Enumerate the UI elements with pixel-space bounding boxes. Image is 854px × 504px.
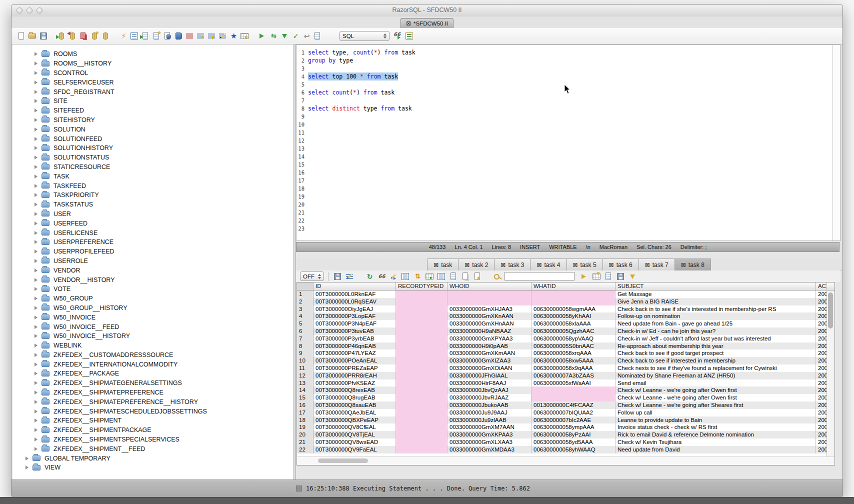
- disclosure-triangle-icon[interactable]: [34, 193, 38, 197]
- grid-vscrollbar-thumb[interactable]: [828, 292, 833, 328]
- table-row[interactable]: 10 00T3000000POeAnEAL 0033000000GmXIZAA3…: [297, 357, 834, 364]
- whoid-cell[interactable]: 0033000000H9i0pAAB: [448, 342, 532, 350]
- row-number-cell[interactable]: 15: [297, 394, 314, 402]
- editor-line[interactable]: 15: [296, 160, 840, 168]
- disclosure-triangle-icon[interactable]: [34, 316, 38, 320]
- result-tab[interactable]: task 7: [638, 258, 675, 270]
- row-number-cell[interactable]: 18: [297, 416, 314, 424]
- row-number-cell[interactable]: 2: [297, 298, 314, 306]
- disclosure-triangle-icon[interactable]: [34, 62, 38, 66]
- recordtypeid-cell[interactable]: [396, 335, 448, 342]
- result-tab[interactable]: task 3: [494, 258, 530, 270]
- id-cell[interactable]: 00T3000000L0RqSEAV: [314, 298, 396, 306]
- tree-item[interactable]: USERFEED: [12, 218, 294, 228]
- disclosure-triangle-icon[interactable]: [34, 52, 38, 56]
- whoid-cell[interactable]: 0033000000GmXKnAAN: [448, 312, 532, 320]
- subject-cell[interactable]: Follow-up on nomination: [616, 312, 816, 320]
- editor-line[interactable]: 13: [296, 144, 840, 152]
- result-tab[interactable]: task 4: [530, 258, 566, 270]
- subject-cell[interactable]: Send email: [616, 380, 816, 387]
- database-icon[interactable]: [100, 31, 111, 41]
- disclosure-triangle-icon[interactable]: [34, 231, 38, 235]
- whatid-cell[interactable]: 00630000005QgzhAAC: [532, 328, 616, 335]
- whatid-cell[interactable]: 006300000058ypVAAQ: [532, 335, 616, 342]
- tree-item[interactable]: ZKFEDEX__CUSTOMADDRESSSOURCE: [12, 350, 294, 360]
- subject-cell[interactable]: Check w/ Leanne - we're going after Owen…: [616, 394, 816, 402]
- tree-item[interactable]: ZKFEDEX__INTERNATIONALCOMMODITY: [12, 360, 294, 369]
- id-cell[interactable]: 00T3000000P3LopEAF: [314, 312, 396, 320]
- subject-cell[interactable]: Need update from David: [616, 446, 816, 454]
- disclosure-triangle-icon[interactable]: [34, 278, 38, 282]
- editor-line[interactable]: 1select type, count(*) from task: [296, 48, 840, 56]
- tree-item[interactable]: USERROLE: [12, 256, 294, 266]
- primary-key-icon[interactable]: [492, 272, 503, 282]
- tree-item[interactable]: ZKFEDEX__SHIPMATEPREFERENCE: [12, 388, 294, 398]
- whoid-cell[interactable]: 0033000000H9aNBAAZ: [448, 328, 532, 335]
- whoid-cell[interactable]: 0033000000GmXPYAA3: [448, 335, 532, 342]
- subject-cell[interactable]: Follow up call: [616, 409, 816, 416]
- activity-cell[interactable]: 200: [816, 402, 827, 409]
- sql-mode-select[interactable]: SQL: [340, 31, 390, 41]
- activity-cell[interactable]: 200: [816, 312, 827, 320]
- table-row[interactable]: 20 00T3000000QV8TjEAL 0033000000GmXKPAA3…: [297, 431, 834, 438]
- tree-item[interactable]: ZKFEDEX__SHIPMATESCHEDULEDJOBSSETTINGS: [12, 406, 294, 416]
- id-cell[interactable]: 00T3000000PREZaEAP: [314, 364, 396, 372]
- editor-line[interactable]: 20: [296, 200, 840, 208]
- tree-item[interactable]: VIEW: [12, 463, 294, 472]
- editor-line[interactable]: 17: [296, 176, 840, 184]
- id-cell[interactable]: 00T3000000QBXPeEAP: [314, 416, 396, 424]
- activity-cell[interactable]: 200: [816, 357, 827, 364]
- recordtypeid-cell[interactable]: [396, 409, 448, 416]
- list-red-icon[interactable]: [184, 31, 195, 41]
- table-row[interactable]: 13 00T3000000PfvKSEAZ 0033000000HirF8AAJ…: [297, 380, 834, 387]
- recordtypeid-cell[interactable]: [396, 306, 448, 313]
- subject-cell[interactable]: Check back in to see if she's interested…: [616, 306, 816, 313]
- editor-line[interactable]: 22: [296, 216, 840, 224]
- row-number-cell[interactable]: 10: [297, 357, 314, 364]
- whatid-cell[interactable]: 006300000058yPzAAI: [532, 431, 616, 438]
- id-cell[interactable]: 00T3000000P3tuvEAB: [314, 328, 396, 335]
- minimize-button[interactable]: [26, 8, 32, 14]
- result-tab[interactable]: task 2: [458, 258, 494, 270]
- disclosure-triangle-icon[interactable]: [34, 306, 38, 310]
- disclosure-triangle-icon[interactable]: [34, 202, 38, 206]
- row-number-cell[interactable]: 4: [297, 312, 314, 320]
- editor-line[interactable]: 18: [296, 184, 840, 192]
- id-cell[interactable]: 00T3000000OiyJgEAJ: [314, 306, 396, 313]
- disclosure-triangle-icon[interactable]: [34, 118, 38, 122]
- recordtypeid-cell[interactable]: [396, 394, 448, 402]
- activity-cell[interactable]: 200: [816, 416, 827, 424]
- table-row[interactable]: 21 00T3000000QV8wsEAD 0033000000GmXLXAA3…: [297, 438, 834, 446]
- disclosure-triangle-icon[interactable]: [34, 222, 38, 226]
- activity-cell[interactable]: 200: [816, 328, 827, 335]
- format-lines-icon[interactable]: [206, 31, 217, 41]
- column-header[interactable]: SUBJECT: [616, 282, 816, 290]
- row-number-cell[interactable]: 5: [297, 320, 314, 328]
- activity-cell[interactable]: 200: [816, 409, 827, 416]
- disclosure-triangle-icon[interactable]: [34, 344, 38, 348]
- table-row[interactable]: 4 00T3000000P3LopEAF 0033000000GmXKnAAN …: [297, 312, 834, 320]
- disclosure-triangle-icon[interactable]: [34, 410, 38, 414]
- whatid-cell[interactable]: 00630000007A3bZAAS: [532, 372, 616, 380]
- disclosure-triangle-icon[interactable]: [34, 325, 38, 329]
- id-cell[interactable]: 00T3000000QV8TjEAL: [314, 431, 396, 438]
- grid-hscrollbar-thumb[interactable]: [318, 458, 368, 463]
- subject-cell[interactable]: Check-in w/ Jeff - couldn't afford last …: [616, 335, 816, 342]
- recordtypeid-cell[interactable]: [396, 380, 448, 387]
- help-book-icon[interactable]: [174, 31, 184, 41]
- sql-editor[interactable]: 1select type, count(*) from task2group b…: [296, 44, 840, 241]
- tree-item[interactable]: W50_GROUP: [12, 294, 294, 304]
- copy-pages-icon[interactable]: [460, 272, 471, 282]
- tree-item[interactable]: GLOBAL TEMPORARY: [12, 454, 294, 463]
- id-cell[interactable]: 00T3000000QAeJbEAL: [314, 409, 396, 416]
- disconnect-icon[interactable]: [68, 31, 78, 41]
- editor-line[interactable]: 12: [296, 136, 840, 144]
- table-row[interactable]: 8 00T3000000P46qnEAB 0033000000H9i0pAAB …: [297, 342, 834, 350]
- table-row[interactable]: 3 00T3000000OiyJgEAJ 0033000000GmXHJAA3 …: [297, 306, 834, 313]
- whatid-cell[interactable]: [532, 386, 616, 394]
- columns-list-icon[interactable]: [436, 272, 447, 282]
- whoid-cell[interactable]: 0033000000GmXHnAAN: [448, 320, 532, 328]
- table-row[interactable]: 22 00T3000000QV9FaEAL 0033000000GmXMDAA3…: [297, 446, 834, 454]
- activity-cell[interactable]: 200: [816, 306, 827, 313]
- disclosure-triangle-icon[interactable]: [34, 184, 38, 188]
